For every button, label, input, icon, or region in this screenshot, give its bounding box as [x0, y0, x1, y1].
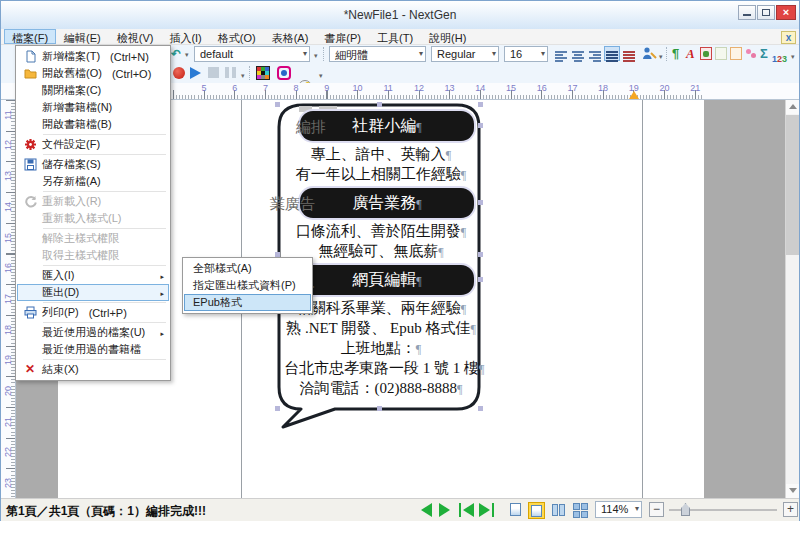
style-select[interactable]: default ▾ — [194, 46, 310, 62]
zoom-slider-thumb[interactable] — [681, 503, 690, 516]
frame-style-icon[interactable] — [730, 47, 742, 60]
selection-handle[interactable] — [478, 200, 483, 205]
font-color-icon[interactable]: A — [686, 46, 695, 62]
font-size-select[interactable]: 16 ▾ — [504, 46, 548, 62]
file-menu-item-1[interactable]: 新增檔案(T)(Ctrl+N) — [17, 48, 169, 65]
toolbar-overflow-icon[interactable]: ▾ — [791, 53, 795, 61]
record-icon[interactable] — [173, 67, 185, 79]
menubar-item-8[interactable]: 工具(T) — [369, 29, 421, 44]
selection-handle[interactable] — [478, 123, 483, 128]
file-menu-item-24[interactable]: 最近使用過的書籍檔 — [17, 341, 169, 358]
file-menu-item-23[interactable]: 最近使用過的檔案(U)▸ — [17, 324, 169, 341]
title-box[interactable]: 編排社群小編¶ — [300, 111, 474, 141]
document-line[interactable]: 台北市忠孝東路一段 1 號 1 樓¶ — [284, 359, 478, 379]
file-menu-item-9[interactable]: 儲存檔案(S) — [17, 156, 169, 173]
toolbar-overflow-icon[interactable]: ▾ — [319, 72, 323, 80]
zoom-in-button[interactable]: + — [783, 502, 798, 517]
maximize-button[interactable] — [757, 5, 775, 20]
minimize-button[interactable] — [738, 5, 756, 20]
file-menu-item-26[interactable]: ✕結束(X) — [17, 361, 169, 378]
menubar-item-6[interactable]: 表格(A) — [264, 29, 317, 44]
scroll-up-button[interactable] — [786, 100, 799, 114]
stop-icon[interactable] — [208, 67, 219, 78]
file-menu-item-18[interactable]: 匯入(I)▸ — [17, 267, 169, 284]
file-menu-item-5[interactable]: 開啟書籍檔(B) — [17, 116, 169, 133]
menubar-item-7[interactable]: 書扉(P) — [316, 29, 369, 44]
page-template-icon[interactable] — [715, 47, 727, 60]
flow-arrow-icon[interactable]: ↶ — [171, 47, 181, 61]
next-page-icon[interactable] — [439, 503, 450, 517]
media-dropdown-caret-icon[interactable]: ▾ — [241, 72, 245, 80]
file-menu-item-3[interactable]: 關閉檔案(C) — [17, 82, 169, 99]
file-menu-item-2[interactable]: 開啟舊檔(O)(Ctrl+O) — [17, 65, 169, 82]
multi-page-view-icon[interactable] — [572, 502, 589, 519]
play-icon[interactable] — [190, 67, 201, 79]
scroll-down-button[interactable] — [786, 484, 799, 498]
align-right-icon[interactable] — [587, 46, 603, 61]
align-center-icon[interactable] — [570, 46, 586, 61]
flow-dropdown-caret-icon[interactable]: ▾ — [185, 51, 189, 59]
pause-icon[interactable] — [225, 67, 236, 78]
selection-handle[interactable] — [275, 406, 280, 411]
export-menu-item-3[interactable]: EPub格式 — [184, 294, 311, 311]
ruler-marker-icon[interactable] — [629, 91, 639, 99]
selection-handle[interactable] — [377, 406, 382, 411]
document-line[interactable]: 有一年以上相關工作經驗¶ — [284, 165, 478, 185]
document-line[interactable]: 熟 .NET 開發、 Epub 格式佳¶ — [284, 319, 478, 339]
font-select[interactable]: 細明體 ▾ — [329, 46, 426, 62]
selection-handle[interactable] — [377, 102, 382, 107]
selection-handle[interactable] — [478, 277, 483, 282]
close-button[interactable]: × — [776, 5, 796, 20]
last-page-bar-icon[interactable] — [492, 503, 494, 517]
document-line[interactable]: 無經驗可、無底薪¶ — [284, 242, 478, 262]
file-menu-item-19[interactable]: 匯出(D)▸ — [17, 284, 169, 301]
toolbar-overflow-icon[interactable]: ▾ — [314, 52, 318, 60]
menubar-item-3[interactable]: 檢視(V) — [109, 29, 162, 44]
scrollbar-thumb[interactable] — [786, 115, 799, 255]
justify-icon[interactable] — [604, 46, 620, 61]
document-line[interactable]: 上班地點：¶ — [284, 339, 478, 359]
export-menu-item-1[interactable]: 全部樣式(A) — [184, 260, 311, 277]
vertical-scrollbar[interactable] — [785, 100, 799, 498]
previous-page-icon[interactable] — [421, 503, 432, 517]
menubar-item-2[interactable]: 編輯(E) — [56, 29, 109, 44]
fit-page-view-icon[interactable] — [528, 502, 545, 519]
export-menu-item-2[interactable]: 指定匯出樣式資料(P) — [184, 277, 311, 294]
mosaic-grid-icon[interactable] — [256, 66, 270, 80]
file-menu-item-21[interactable]: 列印(P)(Ctrl+P) — [17, 304, 169, 321]
document-line[interactable]: 口條流利、善於陌生開發¶ — [284, 222, 478, 242]
font-weight-select[interactable]: Regular ▾ — [431, 46, 499, 62]
title-box[interactable]: 業廣告廣告業務¶ — [300, 188, 474, 218]
single-page-view-icon[interactable] — [507, 502, 524, 519]
selection-handle[interactable] — [478, 102, 483, 107]
selection-handle[interactable] — [478, 406, 483, 411]
page-style-icon[interactable] — [700, 47, 712, 60]
zoom-select[interactable]: 114% ▾ — [595, 501, 642, 518]
selection-handle[interactable] — [478, 252, 483, 257]
file-menu-item-10[interactable]: 另存新檔(A) — [17, 173, 169, 190]
first-page-icon[interactable] — [463, 503, 474, 517]
distribute-icon[interactable] — [621, 46, 637, 61]
formatting-marks-icon[interactable]: ¶ — [672, 46, 679, 61]
zoom-out-button[interactable]: − — [649, 502, 664, 517]
file-menu-item-4[interactable]: 新增書籍檔(N) — [17, 99, 169, 116]
color-dots-icon[interactable] — [745, 47, 758, 60]
document-line[interactable]: 相關科系畢業、兩年經驗¶ — [284, 299, 478, 319]
title-box[interactable]: 開發人網頁編輯¶ — [300, 265, 474, 295]
media-app-icon[interactable] — [277, 66, 291, 80]
menubar-item-1[interactable]: 檔案(F) — [4, 29, 56, 44]
title-bar[interactable]: *NewFile1 - NextGen × — [1, 1, 799, 30]
file-menu-item-7[interactable]: 文件設定(F) — [17, 136, 169, 153]
last-page-icon[interactable] — [479, 503, 490, 517]
align-left-icon[interactable] — [553, 46, 569, 61]
person-dropdown-caret-icon[interactable]: ▾ — [659, 53, 663, 61]
menubar-item-5[interactable]: 格式(O) — [210, 29, 264, 44]
sum-icon[interactable]: Σ — [760, 46, 768, 61]
first-page-bar-icon[interactable] — [459, 503, 461, 517]
menubar-item-4[interactable]: 插入(I) — [161, 29, 209, 44]
vertical-ruler[interactable]: 11121314151617181920212223 — [1, 100, 16, 498]
document-text[interactable]: 編排社群小編¶專上、諳中、英輸入¶有一年以上相關工作經驗¶業廣告廣告業務¶口條流… — [284, 108, 478, 399]
document-line[interactable]: 洽詢電話：(02)888-8888¶ — [284, 379, 478, 399]
two-page-view-icon[interactable] — [550, 502, 567, 519]
menubar-item-9[interactable]: 說明(H) — [421, 29, 474, 44]
